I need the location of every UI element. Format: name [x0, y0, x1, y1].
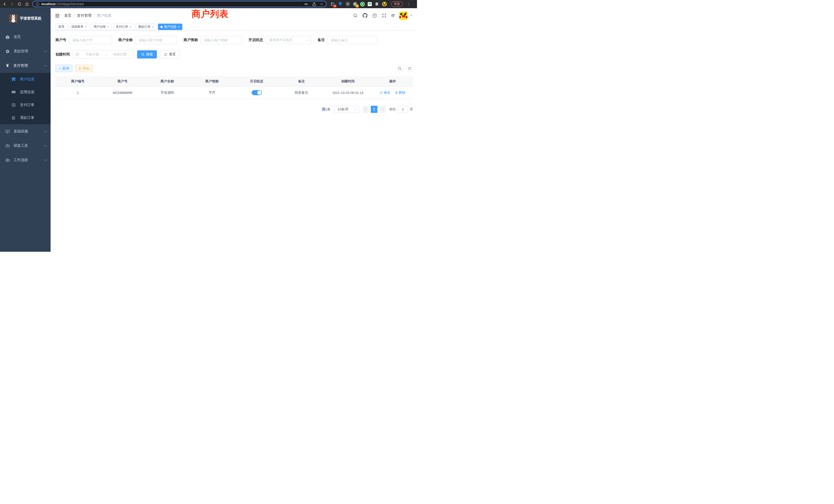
proxy-extension-icon[interactable]: 1 [353, 2, 357, 6]
chat-extension-icon[interactable] [368, 2, 372, 6]
sidebar-item-app-info[interactable]: 应用信息 [0, 86, 50, 98]
merchant-no-input[interactable] [69, 36, 112, 44]
chevron-up-icon [44, 65, 47, 68]
browser-home-icon[interactable] [25, 2, 29, 6]
export-button[interactable]: 导出 [75, 65, 93, 72]
command-extension-icon[interactable]: ⌘ [345, 2, 350, 6]
browser-reload-icon[interactable] [18, 2, 22, 6]
browser-forward-icon[interactable] [10, 2, 14, 6]
sidebar: 芋道管理系统 首页 系统管理 ¥ 支付管理 商户信息 [0, 8, 50, 252]
browser-menu-icon[interactable]: ⋮ [407, 3, 410, 5]
sidebar-item-label: 工作流程 [14, 158, 28, 162]
refresh-table-button[interactable] [406, 65, 413, 72]
date-range-input[interactable]: 开始日期 - 结束日期 [73, 50, 134, 59]
remark-input[interactable] [328, 36, 377, 44]
delete-link[interactable]: 删除 [395, 90, 405, 95]
merchant-name-input[interactable] [136, 36, 177, 44]
refresh-icon [164, 53, 168, 56]
sidebar-item-system[interactable]: 系统管理 [0, 44, 50, 59]
sidebar-item-refund-order[interactable]: 退款订单 [0, 111, 50, 124]
trash-icon [395, 91, 398, 94]
fullscreen-icon[interactable] [382, 13, 387, 18]
tab-pay-order[interactable]: 支付订单 × [113, 24, 134, 30]
tab-refund-order[interactable]: 退款订单 × [136, 24, 156, 30]
pagination: 共1条 10条/页 1 前往 页 [56, 106, 413, 113]
add-button[interactable]: + 新增 [56, 65, 72, 72]
table-toolbar: + 新增 导出 [56, 65, 413, 72]
tab-close-icon[interactable]: × [130, 25, 131, 28]
bookmark-star-icon[interactable]: ☆ [320, 2, 323, 6]
page-unit-label: 页 [410, 107, 413, 112]
page-size-select[interactable]: 10条/页 [334, 106, 359, 113]
sidebar-item-dev-tools[interactable]: 研发工具 [0, 139, 50, 153]
col-short-name: 商户简称 [190, 76, 234, 87]
sidebar-item-label: 基础设施 [14, 129, 28, 134]
tab-close-icon[interactable]: × [107, 25, 109, 28]
tab-merchant-info[interactable]: 商户信息 × [158, 24, 182, 30]
app-logo[interactable]: 芋道管理系统 [0, 12, 50, 25]
sidebar-item-merchant-info[interactable]: 商户信息 [0, 73, 50, 86]
sidebar-item-label: 支付订单 [20, 102, 35, 107]
address-bar[interactable]: localhost:1024/pay/merchant ☆ [32, 1, 327, 7]
tab-process-form[interactable]: 流程表单 × [69, 24, 89, 30]
avatar[interactable] [399, 12, 408, 20]
filter-row-2: 创建时间 开始日期 - 结束日期 搜索 重置 [56, 50, 413, 59]
y-extension-icon[interactable]: Y [360, 2, 365, 6]
chevron-down-icon [44, 50, 47, 52]
goto-label: 前往 [389, 107, 396, 112]
table-header-row: 商户编号 商户号 商户全称 商户简称 开启状态 备注 创建时间 操作 [56, 76, 413, 87]
edit-link[interactable]: 修改 [380, 90, 390, 95]
tab-home[interactable]: 首页 [56, 24, 67, 30]
rabbit-logo-icon [9, 14, 18, 23]
browser-back-icon[interactable] [3, 2, 7, 6]
breadcrumb: 首页 / 支付管理 / 商户信息 [64, 13, 111, 18]
refresh-icon [408, 67, 411, 70]
font-size-icon[interactable]: tT [391, 13, 394, 18]
goto-page-input[interactable] [398, 106, 408, 113]
share-icon[interactable] [312, 2, 316, 6]
sidebar-item-infrastructure[interactable]: 基础设施 [0, 124, 50, 139]
merchant-short-input[interactable] [201, 36, 242, 44]
sidebar-item-home[interactable]: 首页 [0, 30, 50, 44]
sidebar-item-label: 研发工具 [14, 143, 28, 148]
password-key-icon[interactable] [304, 2, 308, 6]
avatar-caret-icon[interactable]: ▾ [410, 14, 412, 17]
search-button[interactable]: 搜索 [137, 50, 157, 59]
plus-icon: + [59, 66, 61, 70]
tab-close-icon[interactable]: × [178, 25, 180, 28]
breadcrumb-payment[interactable]: 支付管理 [77, 13, 91, 18]
site-info-icon[interactable] [36, 2, 39, 6]
sidebar-item-pay-order[interactable]: 支付订单 [0, 98, 50, 111]
calendar-icon [75, 53, 79, 56]
yen-circle-icon [12, 103, 16, 107]
sidebar-fold-icon[interactable] [55, 13, 60, 18]
status-select[interactable]: 请选择开启状态 [266, 36, 311, 44]
tab-user-group[interactable]: 用户分组 × [91, 24, 112, 30]
status-toggle[interactable] [251, 90, 262, 95]
show-search-toggle-button[interactable] [396, 65, 403, 72]
browser-update-button[interactable]: 更新 [391, 1, 403, 7]
help-icon[interactable] [372, 13, 377, 18]
sidebar-item-workflow[interactable]: 工作流程 [0, 153, 50, 167]
extension-tiles-icon[interactable]: 10 [330, 2, 335, 6]
emoji-extension-icon[interactable] [382, 2, 387, 6]
reset-button[interactable]: 重置 [160, 50, 180, 59]
tab-close-icon[interactable]: × [85, 25, 87, 28]
extensions-puzzle-icon[interactable] [375, 2, 379, 6]
github-icon[interactable] [363, 13, 368, 18]
extension-badge: 10 [333, 5, 336, 7]
chevron-down-icon [354, 108, 357, 110]
sidebar-item-payment[interactable]: ¥ 支付管理 [0, 59, 50, 73]
next-page-button[interactable] [379, 106, 386, 113]
header-search-icon[interactable] [353, 13, 358, 18]
status-label: 开启状态 [248, 38, 263, 42]
tab-close-icon[interactable]: × [152, 25, 154, 28]
breadcrumb-home[interactable]: 首页 [64, 13, 71, 18]
url-text: localhost:1024/pay/merchant [41, 2, 84, 6]
page-number-button[interactable]: 1 [371, 106, 377, 113]
briefcase-icon [5, 158, 10, 162]
chevron-down-icon [306, 39, 309, 41]
prev-page-button[interactable] [363, 106, 369, 113]
vimium-icon[interactable] [338, 2, 343, 6]
browser-chrome: localhost:1024/pay/merchant ☆ 10 ⌘ 1 Y [0, 0, 417, 8]
